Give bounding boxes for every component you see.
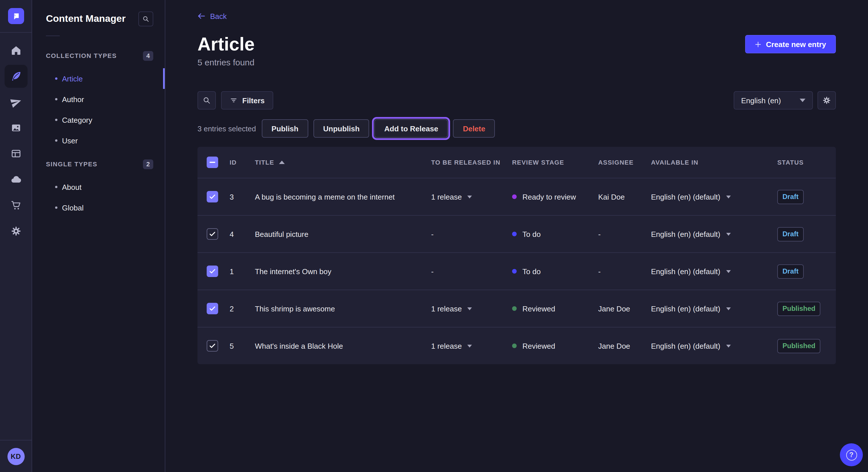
nav-item-marketplace[interactable] bbox=[4, 194, 27, 217]
cloud-icon bbox=[10, 174, 22, 185]
row-locale-select[interactable]: English (en) (default) bbox=[651, 304, 777, 313]
column-header-title[interactable]: TITLE bbox=[255, 159, 431, 166]
review-stage-dot bbox=[512, 232, 517, 236]
paper-plane-icon bbox=[10, 96, 22, 108]
app-root: KD Content Manager COLLECTION TYPES 4 Ar… bbox=[0, 0, 868, 472]
gear-icon bbox=[10, 225, 22, 237]
nav-item-content-type-builder[interactable] bbox=[4, 142, 27, 165]
arrow-left-icon bbox=[197, 12, 206, 20]
indeterminate-dash-icon bbox=[210, 162, 215, 163]
column-header-review-stage: REVIEW STAGE bbox=[512, 159, 598, 166]
avatar[interactable]: KD bbox=[7, 448, 24, 465]
checkmark-icon bbox=[208, 230, 216, 238]
row-checkbox[interactable] bbox=[207, 191, 218, 202]
sidebar-item-label: Author bbox=[62, 95, 84, 103]
delete-button[interactable]: Delete bbox=[453, 119, 495, 138]
status-badge: Draft bbox=[777, 190, 804, 204]
row-checkbox[interactable] bbox=[207, 303, 218, 314]
nav-item-content-manager[interactable] bbox=[4, 65, 27, 88]
row-review-stage: To do bbox=[512, 267, 598, 276]
sidebar-item-author[interactable]: Author bbox=[32, 89, 165, 109]
table-row[interactable]: 2 This shrimp is awesome 1 release Revie… bbox=[197, 290, 836, 327]
row-release-select[interactable]: - bbox=[431, 230, 512, 238]
sidebar-item-user[interactable]: User bbox=[32, 130, 165, 151]
single-types-label: SINGLE TYPES bbox=[46, 161, 97, 167]
review-stage-dot bbox=[512, 306, 517, 311]
row-status: Published bbox=[777, 339, 836, 353]
row-locale-select[interactable]: English (en) (default) bbox=[651, 230, 777, 238]
row-release-select[interactable]: 1 release bbox=[431, 193, 512, 201]
view-settings-button[interactable] bbox=[817, 91, 836, 109]
checkmark-icon bbox=[208, 193, 216, 201]
table-row[interactable]: 3 A bug is becoming a meme on the intern… bbox=[197, 178, 836, 215]
row-release-select[interactable]: - bbox=[431, 267, 512, 276]
sidebar-item-article[interactable]: Article bbox=[32, 68, 165, 89]
row-title: What's inside a Black Hole bbox=[255, 341, 431, 350]
cart-icon bbox=[10, 200, 22, 211]
plus-icon bbox=[755, 41, 761, 47]
row-review-stage: Reviewed bbox=[512, 304, 598, 313]
sidebar-item-label: Category bbox=[62, 115, 92, 124]
status-badge: Published bbox=[777, 301, 820, 316]
sidebar-item-global[interactable]: Global bbox=[32, 197, 165, 218]
table-row[interactable]: 1 The internet's Own boy - To do - Engli… bbox=[197, 252, 836, 290]
help-button[interactable]: ? bbox=[840, 443, 863, 466]
sidebar-item-category[interactable]: Category bbox=[32, 109, 165, 130]
collection-types-label: COLLECTION TYPES bbox=[46, 52, 117, 59]
page-title: Article bbox=[197, 33, 255, 55]
row-checkbox[interactable] bbox=[207, 340, 218, 351]
create-entry-button[interactable]: Create new entry bbox=[745, 35, 836, 53]
nav-item-settings[interactable] bbox=[4, 220, 27, 243]
main-navigation: KD bbox=[0, 0, 32, 472]
sidebar-item-about[interactable]: About bbox=[32, 177, 165, 197]
sort-asc-icon bbox=[279, 161, 284, 164]
strapi-logo[interactable] bbox=[8, 8, 24, 24]
nav-item-cloud[interactable] bbox=[4, 168, 27, 191]
bullet-icon bbox=[55, 98, 57, 100]
nav-item-home[interactable] bbox=[4, 39, 27, 62]
toolbar: Filters English (en) bbox=[197, 91, 836, 109]
row-locale-select[interactable]: English (en) (default) bbox=[651, 341, 777, 350]
row-status: Draft bbox=[777, 227, 836, 241]
divider bbox=[46, 36, 60, 36]
row-checkbox[interactable] bbox=[207, 228, 218, 240]
row-review-stage: To do bbox=[512, 230, 598, 238]
sidebar-item-label: Article bbox=[62, 74, 83, 83]
sidebar-item-label: About bbox=[62, 183, 82, 191]
sidebar-item-label: User bbox=[62, 136, 78, 145]
select-all-checkbox[interactable] bbox=[207, 157, 218, 168]
table-body: 3 A bug is becoming a meme on the intern… bbox=[197, 178, 836, 364]
bullet-icon bbox=[55, 77, 57, 80]
question-icon: ? bbox=[846, 449, 857, 460]
publish-button[interactable]: Publish bbox=[262, 119, 308, 138]
table-row[interactable]: 4 Beautiful picture - To do - English (e… bbox=[197, 215, 836, 252]
nav-item-media-library[interactable] bbox=[4, 116, 27, 139]
row-checkbox[interactable] bbox=[207, 266, 218, 277]
filters-button[interactable]: Filters bbox=[221, 91, 273, 109]
row-id: 2 bbox=[229, 304, 255, 313]
unpublish-button[interactable]: Unpublish bbox=[313, 119, 369, 138]
row-title: A bug is becoming a meme on the internet bbox=[255, 193, 431, 201]
row-assignee: Jane Doe bbox=[598, 304, 651, 313]
subnav-search-button[interactable] bbox=[138, 11, 153, 26]
row-locale-select[interactable]: English (en) (default) bbox=[651, 267, 777, 276]
filters-label: Filters bbox=[242, 96, 265, 105]
review-stage-dot bbox=[512, 269, 517, 274]
search-button[interactable] bbox=[197, 91, 216, 109]
chevron-down-icon bbox=[468, 344, 472, 347]
row-release-select[interactable]: 1 release bbox=[431, 341, 512, 350]
add-to-release-button[interactable]: Add to Release bbox=[375, 119, 448, 138]
row-locale-select[interactable]: English (en) (default) bbox=[651, 193, 777, 201]
active-indicator bbox=[163, 68, 165, 89]
row-release-select[interactable]: 1 release bbox=[431, 304, 512, 313]
back-link[interactable]: Back bbox=[197, 11, 227, 21]
chevron-down-icon bbox=[726, 195, 731, 198]
selection-bar: 3 entries selected Publish Unpublish Add… bbox=[197, 119, 836, 138]
checkmark-icon bbox=[208, 342, 216, 350]
table-row[interactable]: 5 What's inside a Black Hole 1 release R… bbox=[197, 327, 836, 364]
nav-item-releases[interactable] bbox=[4, 91, 27, 113]
chevron-down-icon bbox=[468, 307, 472, 310]
review-stage-dot bbox=[512, 194, 517, 199]
locale-select[interactable]: English (en) bbox=[734, 91, 813, 109]
home-icon bbox=[10, 45, 22, 56]
